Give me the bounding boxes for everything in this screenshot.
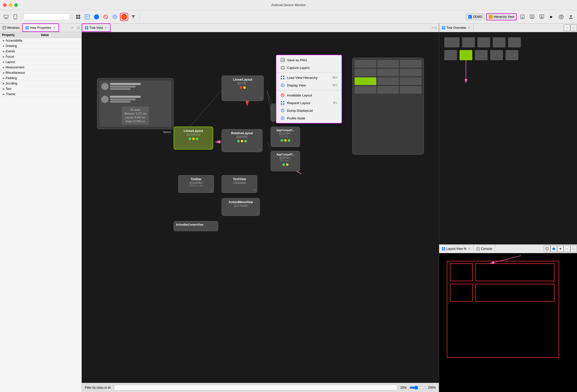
left-panel-min[interactable]: − (69, 25, 75, 31)
left-panel: Windows View Properties ✕ − □ Property V… (0, 23, 82, 392)
prop-miscellaneous[interactable]: ▶ Miscellaneous (0, 70, 81, 76)
layout-max[interactable]: □ (570, 246, 577, 252)
actionbarcontextview-card[interactable]: ActionBarContextView (174, 221, 218, 231)
node-dots (273, 139, 298, 142)
ctx-profile-node-label: Profile Node (287, 116, 305, 120)
ctx-save-as-png[interactable]: Save as PNG (276, 56, 342, 64)
toolbar-grid-icon[interactable] (74, 13, 82, 21)
actionmenuview-card[interactable]: ActionMenuView @217b3d90 1 (222, 198, 260, 216)
layout-view-tab[interactable]: Layout View % ✕ (439, 244, 474, 253)
view-properties-tab-close[interactable]: ✕ (52, 26, 56, 30)
display-view-icon (280, 83, 285, 88)
prop-layout[interactable]: ▶ Layout (0, 59, 81, 65)
toolbar-globe-icon[interactable] (92, 13, 101, 21)
ctx-load-view-hierarchy[interactable]: Load View Hierarchy ⌘H (276, 74, 342, 81)
arrow-icon: ▶ (2, 66, 5, 69)
tree-overview-close[interactable]: ✕ (467, 26, 471, 30)
tree-canvas[interactable]: 10 views Measure: 0.377 ms Layout: 0.452… (82, 32, 439, 383)
prop-name: Theme (6, 92, 79, 96)
overview-min[interactable]: − (564, 24, 570, 31)
toolbar-layout-icon[interactable] (83, 13, 91, 21)
toolbar-no-icon[interactable] (102, 13, 110, 21)
prop-accessibility[interactable]: ▶ Accessibility (0, 38, 81, 43)
prop-focus[interactable]: ▶ Focus (0, 54, 81, 59)
tree-view-max[interactable]: □ (435, 26, 437, 30)
arrow-icon: ▶ (2, 55, 5, 58)
close-button[interactable] (3, 3, 7, 7)
toolbar-sep-2 (72, 13, 72, 20)
tree-overview-tab[interactable]: Tree Overview ✕ (439, 23, 474, 32)
hierarchy-view-label: Hierarchy View (494, 15, 514, 19)
stats-views: 10 views (124, 108, 146, 112)
svg-rect-77 (444, 26, 445, 28)
hierarchy-view-tab[interactable]: Hierarchy View (486, 13, 517, 20)
toolbar-download-icon[interactable] (538, 13, 546, 21)
left-panel-max[interactable]: □ (75, 25, 81, 31)
prop-theme[interactable]: ▶ Theme (0, 92, 81, 97)
prop-measurement[interactable]: ▶ Measurement (0, 65, 81, 70)
prop-text[interactable]: ▶ Text (0, 86, 81, 92)
appcompat1-card[interactable]: AppCompatT... @1cc4b4... id/f_line... (271, 127, 300, 147)
ctx-display-view[interactable]: Display View ⌘D (276, 81, 342, 89)
svg-rect-86 (477, 247, 480, 250)
svg-point-32 (570, 15, 572, 17)
ctx-invalidate-layout[interactable]: Invalidate Layout (276, 91, 342, 99)
prop-events[interactable]: ▶ Events (0, 49, 81, 54)
linearlayout1-card[interactable]: LinearLayout @172ff... 0 (222, 76, 264, 101)
zoom-slider[interactable] (410, 386, 425, 390)
filter-input[interactable] (114, 385, 397, 390)
ctx-request-shortcut: ⌘L (333, 101, 338, 105)
textview-card[interactable]: TextView @83b4a8d 0 (222, 175, 257, 193)
svg-rect-35 (26, 26, 27, 28)
layout-snap-icon[interactable] (544, 246, 550, 252)
layout-min[interactable]: − (564, 246, 570, 252)
prop-name: Miscellaneous (6, 71, 79, 75)
filter-right-percent: 200% (428, 386, 436, 389)
ctx-capture-layers[interactable]: Capture Layers (276, 64, 342, 71)
overview-max[interactable]: □ (570, 24, 577, 31)
toolbar-orange-circle-icon[interactable] (120, 13, 128, 21)
toolbar-arrow-icon[interactable]: ▶ (547, 13, 556, 21)
toolbar-phone-icon[interactable] (11, 13, 19, 21)
prop-drawing[interactable]: ▶ Drawing (0, 43, 81, 49)
layout-view-close[interactable]: ✕ (467, 247, 471, 251)
tree-view-min[interactable]: − (431, 26, 434, 30)
tree-view-tab[interactable]: Tree View ✕ (82, 23, 111, 32)
svg-rect-76 (442, 26, 443, 28)
request-layout-icon (280, 101, 285, 105)
layout-globe-icon[interactable] (550, 246, 557, 252)
filter-bar: Filter by class or id: 20% 200% (82, 383, 439, 392)
node-badge: 1 (257, 212, 258, 215)
toolbar-filter-icon[interactable] (129, 13, 137, 21)
toolbar-upload-icon[interactable] (528, 13, 536, 21)
toolbar-user-icon[interactable] (567, 13, 575, 21)
ctx-dump-display-list[interactable]: Dump DisplayList (276, 107, 342, 114)
minimize-button[interactable] (9, 3, 12, 7)
ddms-label: DDMS (473, 15, 482, 19)
screenshot-card[interactable]: 10 views Measure: 0.377 ms Layout: 0.452… (97, 78, 174, 129)
relativelayout-card[interactable]: RelativeLayout @425863 1 (222, 129, 262, 152)
layout-dropdown-icon[interactable]: ▼ (557, 246, 564, 252)
prop-padding[interactable]: ▶ Padding (0, 76, 81, 81)
appcompat2-card[interactable]: AppCompatT... @2035b... id/f_line... (271, 151, 300, 171)
toolbar-search-input[interactable] (24, 14, 70, 20)
linearlayout2-card[interactable]: LinearLayout @13e0ca3a 0 (174, 127, 213, 150)
svg-rect-68 (283, 101, 284, 102)
ddms-tab[interactable]: D DDMS (466, 14, 484, 20)
toolbar-monitor-icon[interactable] (2, 13, 10, 21)
toolbar-settings-icon[interactable] (557, 13, 565, 21)
windows-tab[interactable]: Windows (0, 23, 22, 32)
toolbar-crosshair-icon[interactable] (111, 13, 119, 21)
toolbar-save-icon[interactable] (518, 13, 526, 21)
toolbar-card[interactable]: Toolbar @1aab3fb7 id/action_bar 1 (178, 175, 214, 193)
maximize-button[interactable] (14, 3, 18, 7)
node-id: @425863 (224, 136, 260, 138)
prop-name: Measurement (6, 66, 79, 69)
ctx-request-layout[interactable]: Request Layout ⌘L (276, 99, 342, 107)
ctx-profile-node[interactable]: Profile Node (276, 114, 342, 122)
console-tab[interactable]: Console (474, 244, 495, 253)
properties-header: Property Value (0, 32, 81, 38)
view-properties-tab[interactable]: View Properties ✕ (22, 23, 59, 32)
prop-scrolling[interactable]: ▶ Scrolling (0, 81, 81, 86)
tree-view-tab-close[interactable]: ✕ (104, 26, 107, 30)
